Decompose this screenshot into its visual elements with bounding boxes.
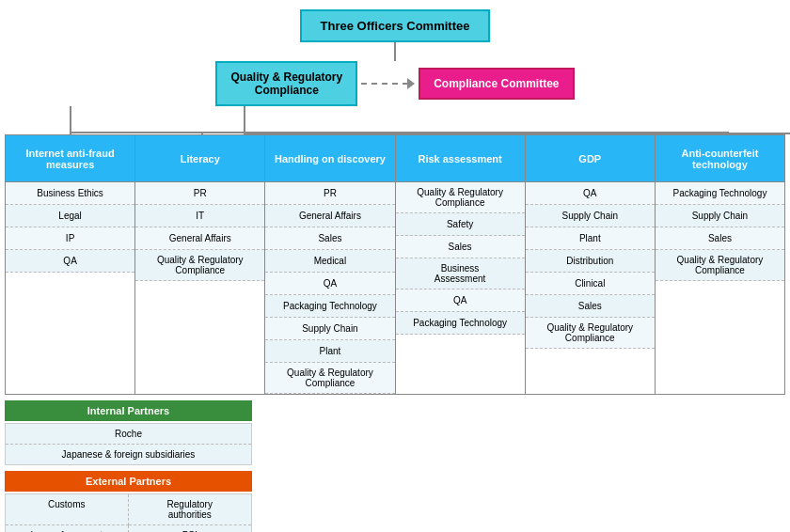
col-handling: Handling on discovery PR General Affairs… bbox=[265, 135, 395, 394]
internal-partners-list: Roche Japanese & foreign subsidiaries bbox=[5, 423, 252, 465]
col-item: Legal bbox=[6, 205, 134, 227]
col-item: Plant bbox=[265, 340, 394, 363]
external-cell: Customs bbox=[6, 494, 129, 525]
col-header-literacy: Literacy bbox=[135, 135, 264, 182]
org-chart: Three Officers Committee Quality & Regul… bbox=[0, 0, 790, 532]
columns-row: Internet anti-fraud measures Business Et… bbox=[5, 134, 785, 395]
col-item: Medical bbox=[265, 250, 394, 273]
spacer bbox=[252, 400, 785, 532]
col-header-gdp: GDP bbox=[526, 135, 655, 182]
col-item: Packaging Technology bbox=[396, 312, 525, 335]
col-item: Packaging Technology bbox=[656, 182, 784, 205]
external-partners-label: External Partners bbox=[86, 476, 171, 487]
partner-item: Japanese & foreign subsidiaries bbox=[6, 445, 251, 464]
col-internet: Internet anti-fraud measures Business Et… bbox=[6, 135, 135, 394]
col-header-handling: Handling on discovery bbox=[265, 135, 394, 182]
col-header-internet: Internet anti-fraud measures bbox=[6, 135, 134, 182]
col-item: Supply Chain bbox=[265, 318, 394, 340]
branch-svg bbox=[5, 106, 790, 134]
col-item: General Affairs bbox=[135, 227, 264, 250]
col-item: QA bbox=[265, 273, 394, 295]
col-item: Safety bbox=[396, 213, 525, 236]
col-item: PR bbox=[135, 182, 264, 205]
col-risk: Risk assessment Quality & RegulatoryComp… bbox=[396, 135, 526, 394]
col-item: IT bbox=[135, 205, 264, 227]
col-item: QA bbox=[396, 289, 525, 312]
col-item: Quality & RegulatoryCompliance bbox=[396, 182, 525, 213]
level2-label: Quality & RegulatoryCompliance bbox=[230, 70, 342, 97]
col-item: Sales bbox=[526, 295, 655, 318]
col-item: IP bbox=[6, 227, 134, 250]
col-item: Business Ethics bbox=[6, 182, 134, 205]
level2-box: Quality & RegulatoryCompliance bbox=[215, 61, 357, 106]
external-cell: Regulatoryauthorities bbox=[129, 494, 252, 525]
columns-container: Internet anti-fraud measures Business Et… bbox=[5, 134, 785, 395]
top-connector bbox=[5, 42, 785, 61]
level2-center: Quality & RegulatoryCompliance Complianc… bbox=[215, 61, 574, 106]
col-literacy: Literacy PR IT General Affairs Quality &… bbox=[135, 135, 265, 394]
col-item: Supply Chain bbox=[656, 205, 784, 227]
col-item: General Affairs bbox=[265, 205, 394, 227]
top-box: Three Officers Committee bbox=[300, 9, 491, 42]
compliance-box: Compliance Committee bbox=[419, 68, 574, 100]
col-item: BusinessAssessment bbox=[396, 258, 525, 289]
external-cell: Law enforcementagencies bbox=[6, 525, 129, 532]
internal-partners-header: Internal Partners bbox=[5, 400, 252, 421]
dashed-arrow bbox=[361, 78, 415, 89]
col-item: Quality & RegulatoryCompliance bbox=[656, 250, 784, 281]
dashed-line bbox=[361, 83, 408, 85]
col-item: Plant bbox=[526, 227, 655, 250]
compliance-label: Compliance Committee bbox=[434, 77, 559, 90]
col-header-anticounterfeit: Anti-counterfeit technology bbox=[656, 135, 784, 182]
col-gdp: GDP QA Supply Chain Plant Distribution C… bbox=[526, 135, 656, 394]
arrow-head bbox=[407, 78, 415, 89]
partner-item: Roche bbox=[6, 424, 251, 445]
col-item: Quality & RegulatoryCompliance bbox=[135, 250, 264, 281]
external-partners-grid: Customs Regulatoryauthorities Law enforc… bbox=[5, 493, 252, 532]
col-item: Distribution bbox=[526, 250, 655, 273]
col-item: Sales bbox=[396, 236, 525, 258]
col-header-risk: Risk assessment bbox=[396, 135, 525, 182]
col-item: PR bbox=[265, 182, 394, 205]
col-item: Supply Chain bbox=[526, 205, 655, 227]
col-item: QA bbox=[6, 250, 134, 273]
top-level: Three Officers Committee bbox=[5, 9, 785, 42]
col-item: Quality & RegulatoryCompliance bbox=[265, 363, 394, 394]
top-vline bbox=[394, 42, 396, 61]
col-item: Clinical bbox=[526, 273, 655, 295]
col-item: QA bbox=[526, 182, 655, 205]
col-item: Packaging Technology bbox=[265, 295, 394, 318]
col-item: Sales bbox=[265, 227, 394, 250]
partners-section: Internal Partners Roche Japanese & forei… bbox=[5, 400, 252, 532]
bottom-section: Internal Partners Roche Japanese & forei… bbox=[5, 400, 785, 532]
col-anticounterfeit: Anti-counterfeit technology Packaging Te… bbox=[656, 135, 784, 394]
level2-row: Quality & RegulatoryCompliance Complianc… bbox=[5, 61, 785, 106]
external-cell: PSI bbox=[129, 525, 252, 532]
internal-partners-label: Internal Partners bbox=[87, 405, 169, 416]
col-item: Sales bbox=[656, 227, 784, 250]
col-item: Quality & RegulatoryCompliance bbox=[526, 318, 655, 349]
top-label: Three Officers Committee bbox=[321, 19, 470, 33]
external-partners-header: External Partners bbox=[5, 471, 252, 492]
